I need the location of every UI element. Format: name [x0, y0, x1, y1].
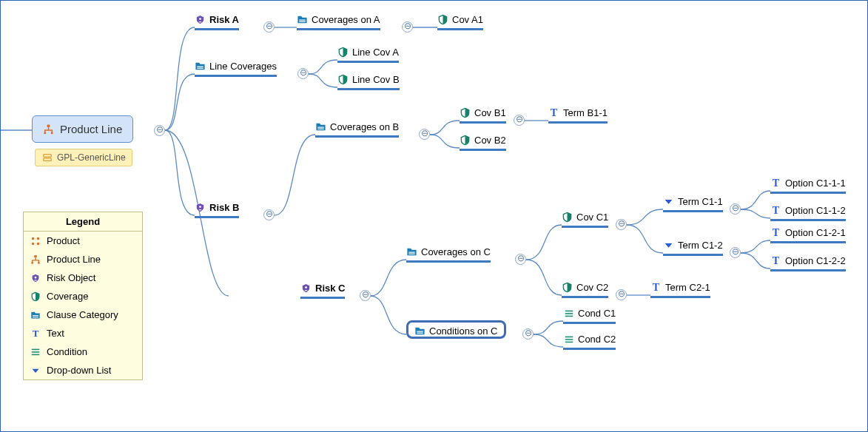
node-coverages-on-b[interactable]: Coverages on B	[315, 121, 399, 138]
node-term-b1-1[interactable]: Term B1-1	[548, 107, 608, 124]
collapse-toggle[interactable]: ⊖	[515, 254, 526, 265]
collapse-toggle[interactable]: ⊖	[263, 21, 275, 33]
node-coverages-on-a[interactable]: Coverages on A	[297, 14, 380, 30]
risk-icon	[195, 202, 206, 213]
shield-icon	[460, 135, 471, 146]
collapse-toggle[interactable]: ⊖	[263, 209, 275, 220]
collapse-toggle[interactable]: ⊖	[730, 203, 741, 215]
node-conditions-on-c[interactable]: Conditions on C	[406, 320, 506, 339]
collapse-toggle[interactable]: ⊖	[360, 290, 371, 301]
risk-icon	[195, 14, 206, 25]
dropdown-icon	[30, 366, 41, 375]
node-line-coverages[interactable]: Line Coverages	[195, 61, 277, 77]
text-icon	[770, 205, 781, 216]
condition-icon	[563, 308, 574, 319]
text-icon	[548, 107, 559, 118]
shield-icon	[460, 107, 471, 118]
text-icon	[650, 282, 662, 293]
collapse-toggle[interactable]: ⊖	[402, 21, 413, 33]
legend-row: Product	[24, 232, 142, 250]
subtype-icon	[41, 152, 53, 163]
node-coverages-on-c[interactable]: Coverages on C	[406, 246, 491, 263]
node-risk-b[interactable]: Risk B	[195, 202, 239, 218]
dropdown-icon	[663, 240, 674, 250]
text-icon	[770, 178, 781, 189]
product-icon	[30, 236, 41, 246]
product-line-icon	[30, 254, 41, 265]
collapse-toggle[interactable]: ⊖	[616, 219, 627, 230]
collapse-toggle[interactable]: ⊖	[514, 115, 525, 126]
folder-icon	[406, 246, 417, 257]
text-icon	[30, 328, 41, 339]
legend-row: Text	[24, 324, 142, 342]
collapse-toggle[interactable]: ⊖	[616, 289, 627, 300]
shield-icon	[337, 47, 349, 58]
folder-icon	[195, 61, 206, 72]
collapse-toggle[interactable]: ⊖	[297, 68, 309, 79]
node-option-c1-1-1[interactable]: Option C1-1-1	[770, 178, 846, 194]
node-risk-a[interactable]: Risk A	[195, 14, 239, 30]
node-cond-c2[interactable]: Cond C2	[563, 334, 616, 350]
condition-icon	[30, 347, 41, 357]
condition-icon	[563, 334, 574, 345]
node-option-c1-2-2[interactable]: Option C1-2-2	[770, 255, 846, 271]
node-term-c1-1[interactable]: Term C1-1	[663, 196, 723, 212]
node-cov-b2[interactable]: Cov B2	[460, 135, 506, 151]
folder-icon	[30, 310, 41, 320]
node-cov-b1[interactable]: Cov B1	[460, 107, 506, 124]
node-line-cov-b[interactable]: Line Cov B	[337, 74, 400, 90]
shield-icon	[562, 282, 573, 293]
legend-row: Clause Category	[24, 306, 142, 324]
shield-icon	[30, 291, 41, 302]
node-cov-a1[interactable]: Cov A1	[437, 14, 483, 30]
text-icon	[770, 255, 781, 266]
mindmap-canvas[interactable]: Product Line GPL-GenericLine ⊖ Risk A ⊖ …	[0, 0, 868, 432]
dropdown-icon	[663, 197, 674, 206]
subtype-badge: GPL-GenericLine	[35, 149, 132, 166]
product-line-icon	[43, 124, 54, 135]
legend-row: Product Line	[24, 250, 142, 269]
legend-title: Legend	[24, 212, 142, 232]
node-line-cov-a[interactable]: Line Cov A	[337, 47, 399, 63]
node-cond-c1[interactable]: Cond C1	[563, 308, 616, 324]
legend-row: Condition	[24, 342, 142, 361]
node-option-c1-1-2[interactable]: Option C1-1-2	[770, 205, 846, 221]
node-product-line[interactable]: Product Line	[32, 115, 133, 143]
node-cov-c2[interactable]: Cov C2	[562, 282, 608, 298]
legend-row: Risk Object	[24, 269, 142, 287]
text-icon	[770, 227, 781, 238]
risk-icon	[30, 273, 41, 283]
node-option-c1-2-1[interactable]: Option C1-2-1	[770, 227, 846, 243]
node-term-c1-2[interactable]: Term C1-2	[663, 240, 723, 256]
shield-icon	[437, 14, 448, 25]
legend-row: Coverage	[24, 287, 142, 306]
node-risk-c[interactable]: Risk C	[300, 283, 345, 299]
folder-icon	[297, 14, 308, 25]
collapse-toggle[interactable]: ⊖	[154, 125, 165, 136]
collapse-toggle[interactable]: ⊖	[730, 247, 741, 258]
node-cov-c1[interactable]: Cov C1	[562, 212, 608, 228]
collapse-toggle[interactable]: ⊖	[419, 129, 430, 140]
shield-icon	[337, 74, 349, 85]
risk-icon	[300, 283, 312, 294]
collapse-toggle[interactable]: ⊖	[522, 328, 534, 340]
shield-icon	[562, 212, 573, 223]
root-label: Product Line	[60, 123, 122, 135]
legend-panel: Legend Product Product Line Risk Object …	[23, 212, 143, 380]
node-term-c2-1[interactable]: Term C2-1	[650, 282, 710, 298]
legend-row: Drop-down List	[24, 361, 142, 379]
folder-icon	[414, 325, 425, 337]
folder-icon	[315, 121, 326, 132]
